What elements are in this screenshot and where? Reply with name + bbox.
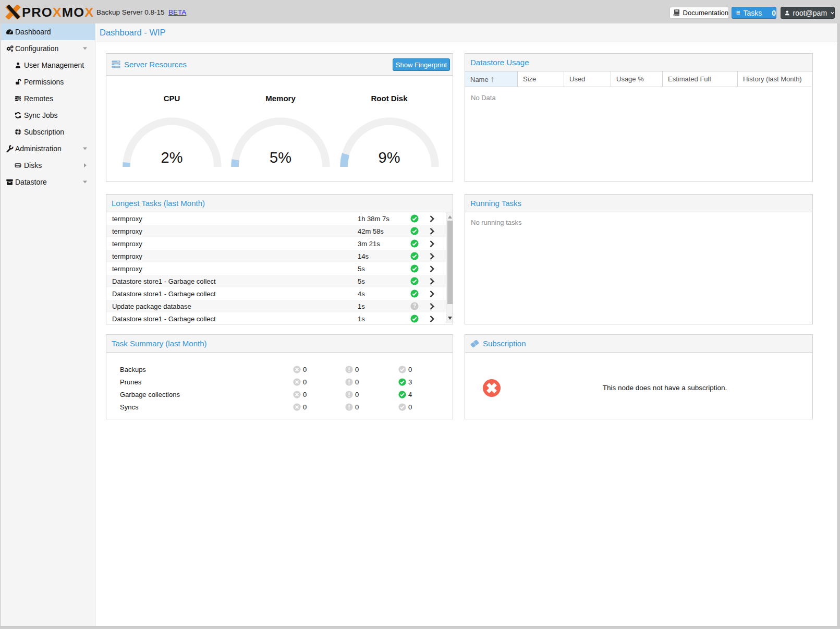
svg-text:?: ? <box>413 303 416 309</box>
